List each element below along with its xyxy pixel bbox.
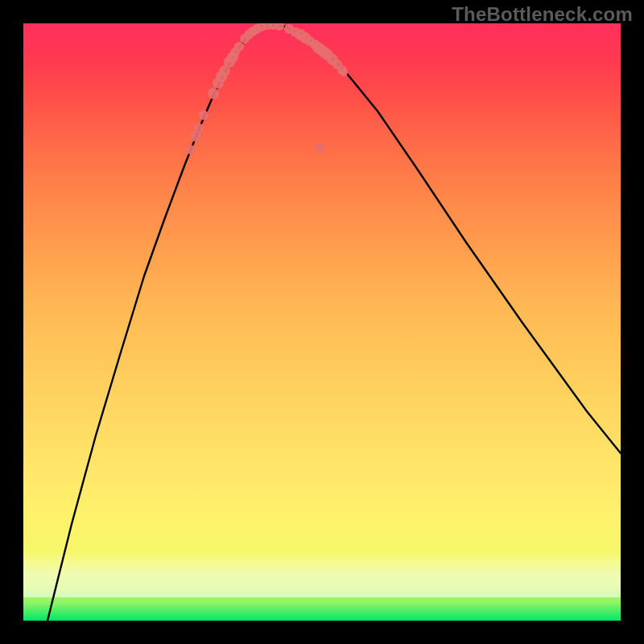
svg-point-14 [248, 27, 258, 36]
svg-point-29 [322, 49, 333, 60]
svg-point-9 [227, 52, 238, 63]
svg-point-7 [219, 65, 230, 76]
svg-point-8 [224, 56, 235, 68]
svg-point-4 [208, 88, 219, 99]
svg-point-25 [310, 39, 320, 49]
svg-point-22 [295, 29, 306, 40]
svg-point-24 [305, 36, 315, 46]
svg-point-32 [337, 65, 347, 75]
svg-point-19 [275, 23, 284, 31]
svg-point-33 [340, 68, 348, 76]
svg-point-31 [332, 60, 342, 69]
svg-point-20 [284, 24, 294, 34]
svg-point-34 [315, 143, 324, 153]
watermark-text: TheBottleneck.com [452, 3, 633, 26]
svg-point-28 [319, 47, 330, 58]
svg-point-11 [234, 42, 244, 52]
svg-point-10 [230, 47, 240, 57]
svg-point-17 [262, 23, 272, 30]
curve-layer [23, 23, 621, 621]
svg-point-16 [257, 23, 266, 31]
svg-point-3 [199, 110, 208, 120]
svg-point-21 [291, 27, 300, 37]
svg-point-18 [268, 23, 278, 30]
svg-point-27 [316, 44, 327, 56]
svg-point-15 [252, 24, 262, 34]
svg-point-0 [186, 145, 196, 155]
svg-point-13 [244, 30, 254, 39]
svg-point-12 [240, 34, 250, 43]
svg-point-2 [194, 123, 204, 133]
data-markers [186, 23, 348, 155]
chart-frame: TheBottleneck.com [0, 0, 644, 644]
svg-point-1 [190, 130, 201, 142]
svg-point-6 [216, 71, 227, 82]
bottleneck-curve [47, 25, 621, 621]
svg-point-30 [327, 54, 338, 65]
svg-point-5 [213, 77, 224, 89]
plot-area [23, 23, 621, 621]
svg-point-23 [299, 32, 311, 43]
svg-point-26 [312, 42, 324, 53]
highlight-band [23, 551, 621, 597]
